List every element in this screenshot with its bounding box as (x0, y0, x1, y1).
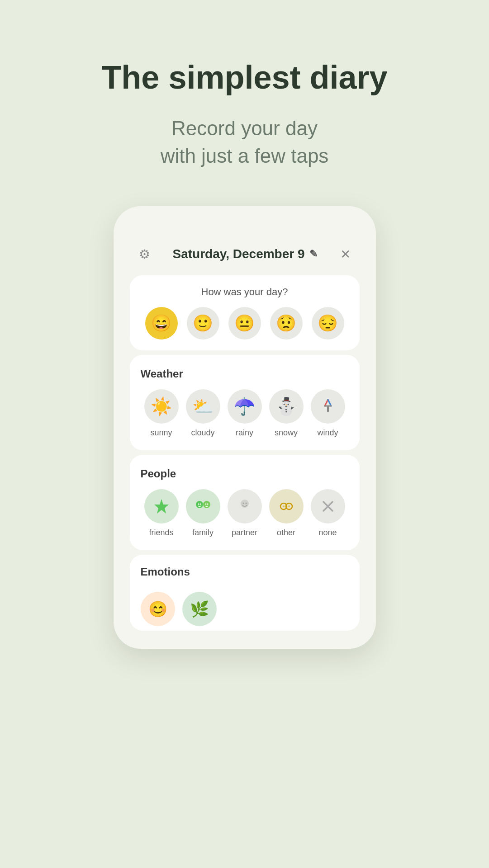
svg-rect-3 (327, 406, 329, 412)
partner-label: partner (232, 528, 257, 538)
edit-icon[interactable]: ✎ (309, 248, 318, 260)
svg-line-17 (280, 505, 280, 506)
weather-cloudy-label: cloudy (191, 428, 214, 438)
phone-wrapper: ⚙ Saturday, December 9 ✎ ✕ How was your … (114, 206, 376, 649)
people-other[interactable]: other (269, 489, 304, 538)
weather-items: ☀️ sunny ⛅ cloudy ☂️ rainy ⛄ snowy (141, 389, 349, 438)
people-friends[interactable]: friends (144, 489, 179, 538)
weather-rainy[interactable]: ☂️ rainy (228, 389, 262, 438)
emotion-1[interactable]: 😊 (141, 592, 175, 626)
other-icon (269, 489, 304, 524)
mood-awful[interactable]: 😔 (312, 307, 344, 340)
svg-point-5 (196, 501, 203, 508)
people-items: friends (141, 489, 349, 538)
weather-rainy-icon: ☂️ (228, 389, 262, 424)
mood-options: 😄 🙂 😐 😟 😔 (141, 307, 349, 340)
people-none[interactable]: none (311, 489, 345, 538)
mood-neutral[interactable]: 😐 (228, 307, 261, 340)
mood-question: How was your day? (141, 286, 349, 298)
weather-cloudy[interactable]: ⛅ cloudy (186, 389, 220, 438)
mood-card: How was your day? 😄 🙂 😐 😟 😔 (130, 275, 360, 350)
svg-point-20 (288, 505, 290, 507)
phone-notch (213, 215, 276, 229)
svg-point-10 (207, 503, 208, 505)
weather-cloudy-icon: ⛅ (186, 389, 220, 424)
none-icon (311, 489, 345, 524)
svg-point-8 (199, 503, 201, 505)
family-label: family (192, 528, 214, 538)
svg-point-7 (198, 503, 199, 505)
people-title: People (141, 467, 349, 480)
sub-title: Record your day with just a few taps (161, 114, 329, 170)
svg-line-1 (328, 400, 331, 406)
weather-snowy-icon: ⛄ (269, 389, 304, 424)
friends-label: friends (149, 528, 173, 538)
weather-snowy-label: snowy (275, 428, 298, 438)
mood-good[interactable]: 🙂 (187, 307, 219, 340)
weather-sunny[interactable]: ☀️ sunny (144, 389, 179, 438)
weather-windy-icon (311, 389, 345, 424)
people-card: People friends (130, 455, 360, 550)
svg-point-13 (245, 502, 247, 504)
friends-icon (144, 489, 179, 524)
emotion-2[interactable]: 🌿 (182, 592, 217, 626)
gear-icon[interactable]: ⚙ (139, 247, 150, 262)
close-icon[interactable]: ✕ (340, 247, 351, 262)
weather-sunny-icon: ☀️ (144, 389, 179, 424)
emotions-title: Emotions (141, 566, 349, 578)
app-header: ⚙ Saturday, December 9 ✎ ✕ (123, 238, 367, 271)
svg-point-19 (283, 505, 285, 507)
people-family[interactable]: family (186, 489, 220, 538)
weather-sunny-label: sunny (150, 428, 172, 438)
other-label: other (277, 528, 295, 538)
mood-bad[interactable]: 😟 (270, 307, 303, 340)
svg-point-9 (205, 503, 206, 505)
hero-section: The simplest diary Record your day with … (0, 0, 489, 170)
weather-windy[interactable]: windy (311, 389, 345, 438)
svg-line-0 (325, 400, 328, 406)
mood-great[interactable]: 😄 (145, 307, 178, 340)
weather-windy-label: windy (317, 428, 338, 438)
main-title: The simplest diary (74, 59, 414, 96)
people-partner[interactable]: partner (228, 489, 262, 538)
none-label: none (318, 528, 337, 538)
phone-screen: ⚙ Saturday, December 9 ✎ ✕ How was your … (123, 233, 367, 640)
svg-point-6 (203, 501, 210, 508)
svg-line-18 (292, 505, 293, 506)
header-date: Saturday, December 9 ✎ (172, 247, 317, 261)
emotions-row: 😊 🌿 (141, 587, 349, 626)
weather-rainy-label: rainy (236, 428, 253, 438)
weather-card: Weather ☀️ sunny ⛅ cloudy ☂️ rainy ⛄ sno… (130, 355, 360, 450)
weather-title: Weather (141, 368, 349, 380)
emotions-card: Emotions 😊 🌿 (130, 555, 360, 631)
partner-icon (228, 489, 262, 524)
weather-snowy[interactable]: ⛄ snowy (269, 389, 304, 438)
svg-marker-4 (154, 499, 169, 514)
family-icon (186, 489, 220, 524)
svg-point-12 (242, 502, 244, 504)
